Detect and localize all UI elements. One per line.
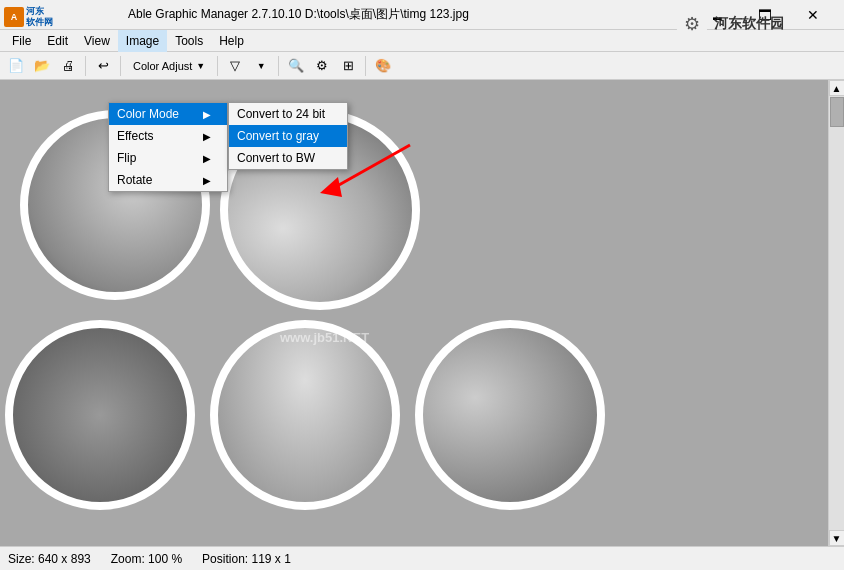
separator-2 — [120, 56, 121, 76]
effects-menu-item[interactable]: Effects ▶ — [109, 125, 227, 147]
scroll-up-button[interactable]: ▲ — [829, 80, 845, 96]
separator-1 — [85, 56, 86, 76]
effects-arrow: ▶ — [203, 131, 211, 142]
app-icon: A — [4, 7, 24, 27]
title-bar: A 河东软件网 Able Graphic Manager 2.7.10.10 D… — [0, 0, 844, 30]
select-dropdown[interactable]: ▼ — [249, 54, 273, 78]
color-adjust-button[interactable]: Color Adjust ▼ — [126, 57, 212, 75]
menu-view[interactable]: View — [76, 30, 118, 52]
separator-3 — [217, 56, 218, 76]
rotate-arrow: ▶ — [203, 175, 211, 186]
new-button[interactable]: 📄 — [4, 54, 28, 78]
menu-image[interactable]: Image — [118, 30, 167, 52]
print-button[interactable]: 🖨 — [56, 54, 80, 78]
scroll-track — [829, 96, 845, 530]
circle-bottom-left — [5, 320, 195, 510]
separator-4 — [278, 56, 279, 76]
circle-bottom-right — [415, 320, 605, 510]
grid-tool[interactable]: ⊞ — [336, 54, 360, 78]
menu-tools[interactable]: Tools — [167, 30, 211, 52]
convert-bw-item[interactable]: Convert to BW — [229, 147, 347, 169]
select-tool[interactable]: ▽ — [223, 54, 247, 78]
convert-bw-label: Convert to BW — [237, 151, 315, 165]
status-position: Position: 119 x 1 — [202, 552, 291, 566]
main-area: www.jb51.NET Color Mode ▶ Effects ▶ Flip… — [0, 80, 844, 546]
convert-gray-label: Convert to gray — [237, 129, 319, 143]
convert-24bit-item[interactable]: Convert to 24 bit — [229, 103, 347, 125]
color-mode-submenu: Convert to 24 bit Convert to gray Conver… — [228, 102, 348, 170]
rotate-label: Rotate — [117, 173, 152, 187]
separator-5 — [365, 56, 366, 76]
app-logo: A 河东软件网 — [4, 6, 53, 28]
effects-label: Effects — [117, 129, 153, 143]
gear-icon: ⚙ — [676, 8, 708, 40]
menu-help[interactable]: Help — [211, 30, 252, 52]
color-adjust-dropdown-arrow[interactable]: ▼ — [196, 61, 205, 71]
menu-file[interactable]: File — [4, 30, 39, 52]
color-adjust-label: Color Adjust — [133, 60, 192, 72]
convert-24bit-label: Convert to 24 bit — [237, 107, 325, 121]
open-button[interactable]: 📂 — [30, 54, 54, 78]
flip-menu-item[interactable]: Flip ▶ — [109, 147, 227, 169]
zoom-tool[interactable]: 🔍 — [284, 54, 308, 78]
circle-bottom-middle — [210, 320, 400, 510]
color-mode-arrow: ▶ — [203, 109, 211, 120]
watermark-area: ⚙ 河东软件园 — [676, 8, 784, 40]
color-mode-menu-item[interactable]: Color Mode ▶ — [109, 103, 227, 125]
image-canvas: www.jb51.NET Color Mode ▶ Effects ▶ Flip… — [0, 80, 828, 546]
status-zoom: Zoom: 100 % — [111, 552, 182, 566]
title-bar-text: Able Graphic Manager 2.7.10.10 D:\tools\… — [128, 6, 694, 23]
undo-button[interactable]: ↩ — [91, 54, 115, 78]
status-size: Size: 640 x 893 — [8, 552, 91, 566]
scroll-thumb[interactable] — [830, 97, 844, 127]
scroll-down-button[interactable]: ▼ — [829, 530, 845, 546]
vertical-scrollbar: ▲ ▼ — [828, 80, 844, 546]
color-mode-label: Color Mode — [117, 107, 179, 121]
flip-arrow: ▶ — [203, 153, 211, 164]
status-bar: Size: 640 x 893 Zoom: 100 % Position: 11… — [0, 546, 844, 570]
image-watermark: www.jb51.NET — [280, 330, 369, 345]
palette-tool[interactable]: 🎨 — [371, 54, 395, 78]
menu-edit[interactable]: Edit — [39, 30, 76, 52]
close-button[interactable]: ✕ — [790, 0, 836, 30]
watermark-text: 河东软件园 — [714, 15, 784, 33]
flip-label: Flip — [117, 151, 136, 165]
watermark-site: 河东软件网 — [26, 6, 53, 28]
toolbar: 📄 📂 🖨 ↩ Color Adjust ▼ ▽ ▼ 🔍 ⚙ ⊞ 🎨 — [0, 52, 844, 80]
image-context-menu: Color Mode ▶ Effects ▶ Flip ▶ Rotate ▶ — [108, 102, 228, 192]
rotate-menu-item[interactable]: Rotate ▶ — [109, 169, 227, 191]
settings-tool[interactable]: ⚙ — [310, 54, 334, 78]
convert-gray-item[interactable]: Convert to gray — [229, 125, 347, 147]
